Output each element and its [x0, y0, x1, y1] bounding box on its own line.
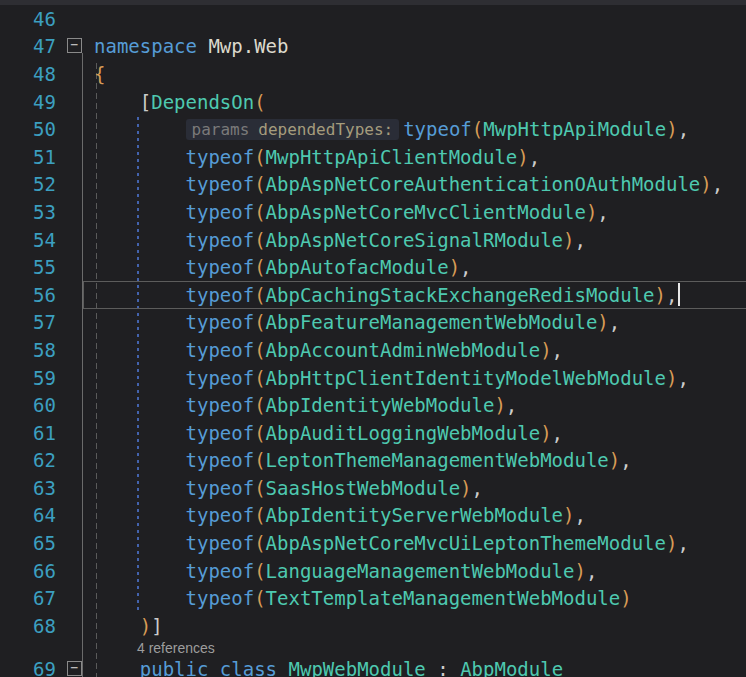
code-content[interactable]: typeof(AbpAutofacModule), [94, 253, 746, 281]
fold-gutter [56, 612, 94, 640]
code-content[interactable] [94, 5, 746, 33]
token: , [620, 449, 631, 471]
code-content[interactable]: typeof(AbpAuditLoggingWebModule), [94, 419, 746, 447]
line-number[interactable]: 63 [0, 477, 56, 499]
line-number[interactable]: 47 [0, 35, 56, 57]
line-number[interactable]: 58 [0, 339, 56, 361]
token: ( [254, 449, 265, 471]
code-content[interactable]: typeof(TextTemplateManagementWebModule) [94, 584, 746, 612]
token: typeof [186, 504, 255, 526]
token [94, 394, 186, 416]
line-number[interactable]: 56 [0, 284, 56, 306]
line-number[interactable]: 55 [0, 256, 56, 278]
line-number[interactable]: 52 [0, 173, 56, 195]
line-number[interactable]: 69 [0, 658, 56, 677]
editor-surface[interactable]: 4647−namespace Mwp.Web48{49 [DependsOn(5… [0, 5, 746, 677]
code-content[interactable]: typeof(AbpCachingStackExchangeRedisModul… [94, 281, 746, 309]
token: ) [540, 339, 551, 361]
token: , [666, 284, 677, 306]
token: typeof [186, 284, 255, 306]
code-content[interactable]: typeof(AbpAspNetCoreMvcClientModule), [94, 198, 746, 226]
line-number[interactable]: 54 [0, 229, 56, 251]
code-line-56: 56 typeof(AbpCachingStackExchangeRedisMo… [0, 281, 746, 309]
line-number[interactable]: 64 [0, 504, 56, 526]
line-number[interactable]: 46 [0, 8, 56, 30]
line-number[interactable]: 61 [0, 422, 56, 444]
token: , [677, 532, 688, 554]
code-content[interactable]: typeof(SaasHostWebModule), [94, 474, 746, 502]
token: typeof [403, 118, 472, 140]
line-number[interactable]: 49 [0, 91, 56, 113]
code-content[interactable]: typeof(LanguageManagementWebModule), [94, 557, 746, 585]
line-number[interactable]: 67 [0, 587, 56, 609]
code-line-50: 50 paramsdependedTypes:typeof(MwpHttpApi… [0, 115, 746, 143]
code-line-57: 57 typeof(AbpFeatureManagementWebModule)… [0, 309, 746, 337]
code-content[interactable]: typeof(LeptonThemeManagementWebModule), [94, 447, 746, 475]
line-number[interactable]: 48 [0, 63, 56, 85]
code-content[interactable]: [DependsOn( [94, 88, 746, 116]
code-content[interactable]: typeof(AbpHttpClientIdentityModelWebModu… [94, 364, 746, 392]
token [277, 658, 288, 677]
token: TextTemplateManagementWebModule [266, 587, 621, 609]
line-number[interactable]: 59 [0, 367, 56, 389]
fold-gutter [56, 391, 94, 419]
line-number[interactable]: 60 [0, 394, 56, 416]
token: typeof [186, 560, 255, 582]
inline-parameter-hint[interactable]: paramsdependedTypes: [186, 119, 400, 140]
token: typeof [186, 477, 255, 499]
token: AbpAspNetCoreSignalRModule [266, 229, 563, 251]
fold-gutter [56, 171, 94, 199]
code-content[interactable]: public class MwpWebModule : AbpModule [94, 656, 746, 677]
token: ( [472, 118, 483, 140]
line-number[interactable]: 57 [0, 311, 56, 333]
code-content[interactable]: typeof(AbpIdentityServerWebModule), [94, 502, 746, 530]
code-content[interactable]: { [94, 60, 746, 88]
line-number[interactable]: 65 [0, 532, 56, 554]
token: typeof [186, 394, 255, 416]
token: LeptonThemeManagementWebModule [266, 449, 609, 471]
fold-gutter [56, 447, 94, 475]
token: , [574, 504, 585, 526]
code-line-49: 49 [DependsOn( [0, 88, 746, 116]
line-number[interactable]: 51 [0, 146, 56, 168]
fold-gutter [56, 143, 94, 171]
token: , [472, 477, 483, 499]
fold-gutter [56, 115, 94, 143]
token: , [574, 229, 585, 251]
token: ( [254, 339, 265, 361]
code-content[interactable]: namespace Mwp.Web [94, 33, 746, 61]
collapse-minus-icon[interactable]: − [67, 661, 82, 676]
code-line-61: 61 typeof(AbpAuditLoggingWebModule), [0, 419, 746, 447]
token: typeof [186, 201, 255, 223]
code-content[interactable]: typeof(AbpIdentityWebModule), [94, 391, 746, 419]
fold-gutter [56, 640, 94, 656]
code-content[interactable]: typeof(AbpFeatureManagementWebModule), [94, 309, 746, 337]
token: typeof [186, 146, 255, 168]
code-content[interactable]: )] [94, 612, 746, 640]
line-number[interactable]: 66 [0, 560, 56, 582]
token: ( [254, 532, 265, 554]
token [94, 477, 186, 499]
line-number[interactable]: 68 [0, 615, 56, 637]
token: , [678, 118, 689, 140]
line-number[interactable]: 53 [0, 201, 56, 223]
line-number[interactable]: 62 [0, 449, 56, 471]
line-number[interactable]: 50 [0, 118, 56, 140]
code-content[interactable]: paramsdependedTypes:typeof(MwpHttpApiMod… [94, 115, 746, 143]
code-content[interactable]: typeof(AbpAspNetCoreAuthenticationOAuthM… [94, 171, 746, 199]
token: class [220, 658, 277, 677]
token: ) [563, 504, 574, 526]
collapse-minus-icon[interactable]: − [67, 38, 82, 53]
token: ( [254, 422, 265, 444]
token: typeof [186, 367, 255, 389]
token: , [609, 311, 620, 333]
code-content[interactable]: typeof(MwpHttpApiClientModule), [94, 143, 746, 171]
code-content[interactable]: typeof(AbpAccountAdminWebModule), [94, 336, 746, 364]
codelens-references-link[interactable]: 4 references [137, 640, 215, 656]
code-line-52: 52 typeof(AbpAspNetCoreAuthenticationOAu… [0, 171, 746, 199]
fold-gutter: − [56, 656, 94, 677]
codelens-row: 4 references [0, 640, 746, 656]
code-content[interactable]: typeof(AbpAspNetCoreSignalRModule), [94, 226, 746, 254]
code-content[interactable]: typeof(AbpAspNetCoreMvcUiLeptonThemeModu… [94, 529, 746, 557]
token: ( [254, 229, 265, 251]
